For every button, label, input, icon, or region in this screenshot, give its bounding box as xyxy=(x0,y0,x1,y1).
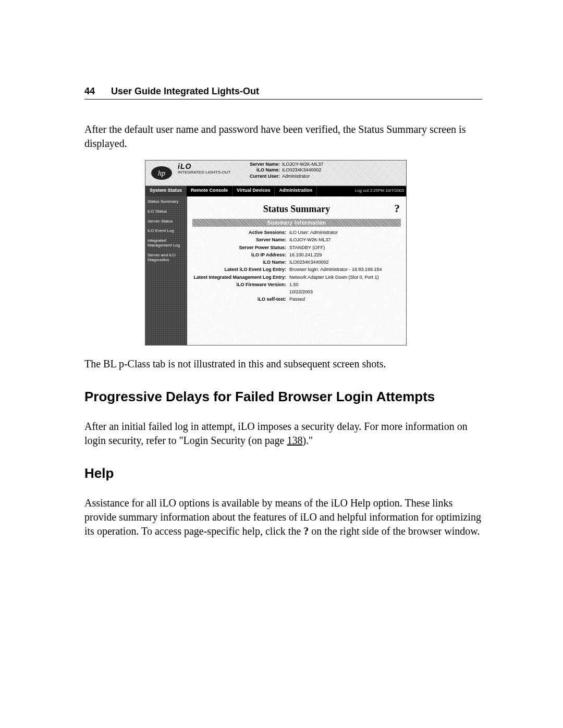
heading-help: Help xyxy=(84,465,482,482)
page-number: 44 xyxy=(84,86,108,97)
header-info: Server Name:ILOJOY-W2K-ML37 iLO Name:ILO… xyxy=(236,161,406,186)
delays-text-after: )." xyxy=(302,435,313,446)
row-value: 1.50 xyxy=(289,282,401,288)
delays-text-before: After an initial failed log in attempt, … xyxy=(84,421,468,446)
row-value: Passed xyxy=(289,297,401,302)
row-value: iLO User: Administrator xyxy=(289,230,401,236)
row-label: Server Name: xyxy=(192,237,286,243)
sidebar: Status Summary iLO Status Server Status … xyxy=(145,196,187,346)
row-value: STANDBY (OFF) xyxy=(289,245,401,251)
row-label xyxy=(192,289,286,295)
panel-title: Status Summary xyxy=(192,204,401,215)
intro-paragraph: After the default user name and password… xyxy=(84,122,482,151)
row-label: Server Power Status: xyxy=(192,245,286,251)
section-band: Summary Information xyxy=(192,219,401,227)
ilo-screenshot: hp iLO INTEGRATED LIGHTS-OUT Server Name… xyxy=(145,160,407,346)
sidebar-item[interactable]: Status Summary xyxy=(148,200,185,204)
page-link-138[interactable]: 138 xyxy=(287,435,302,446)
figure-caption: The BL p-Class tab is not illustrated in… xyxy=(84,357,482,371)
row-label: iLO Firmware Version: xyxy=(192,282,286,288)
row-value: Network Adapter Link Down (Slot 0, Port … xyxy=(289,275,401,280)
header-rule xyxy=(84,99,482,100)
product-label: iLO INTEGRATED LIGHTS-OUT xyxy=(178,161,236,186)
current-user-value: Administrator xyxy=(282,174,310,179)
ilo-header: hp iLO INTEGRATED LIGHTS-OUT Server Name… xyxy=(145,161,406,186)
svg-text:hp: hp xyxy=(158,169,165,177)
tab-system-status[interactable]: System Status xyxy=(145,186,187,196)
row-value: ILO0234K3440002 xyxy=(289,260,401,265)
row-label: iLO IP Address: xyxy=(192,252,286,258)
row-value: 10/22/2003 xyxy=(289,289,401,295)
row-value: 16.100.241.229 xyxy=(289,252,401,258)
product-long: INTEGRATED LIGHTS-OUT xyxy=(178,170,234,175)
hp-logo-icon: hp xyxy=(145,161,178,186)
running-title: User Guide Integrated Lights-Out xyxy=(111,86,259,96)
question-mark-glyph: ? xyxy=(303,525,309,537)
row-label: iLO Name: xyxy=(192,260,286,265)
running-header: 44 User Guide Integrated Lights-Out xyxy=(84,86,482,97)
help-text-after: on the right side of the browser window. xyxy=(309,525,480,537)
ilo-name-value: ILO0234K3440002 xyxy=(282,167,322,173)
sidebar-item[interactable]: Server and iLO Diagnostics xyxy=(148,253,185,263)
product-short: iLO xyxy=(178,163,234,170)
help-icon[interactable]: ? xyxy=(394,202,400,215)
sidebar-item[interactable]: Server Status xyxy=(148,219,185,224)
row-label: Active Sessions: xyxy=(192,230,286,236)
tab-remote-console[interactable]: Remote Console xyxy=(187,186,232,196)
server-name-label: Server Name: xyxy=(236,162,280,167)
row-label: Latest Integrated Management Log Entry: xyxy=(192,275,286,280)
delays-paragraph: After an initial failed log in attempt, … xyxy=(84,419,482,448)
current-user-label: Current User: xyxy=(236,174,280,179)
tab-administration[interactable]: Administration xyxy=(275,186,317,196)
sidebar-item[interactable]: Integrated Management Log xyxy=(148,239,185,248)
heading-progressive-delays: Progressive Delays for Failed Browser Lo… xyxy=(84,389,482,405)
ilo-name-label: iLO Name: xyxy=(236,167,280,173)
sidebar-item[interactable]: iLO Status xyxy=(148,209,185,214)
server-name-value: ILOJOY-W2K-ML37 xyxy=(282,162,323,167)
row-value: ILOJOY-W2K-ML37 xyxy=(289,237,401,243)
logout-text[interactable]: Log out 2:25PM 10/7/2003 xyxy=(355,186,406,196)
panel-main: ? Status Summary Summary Information Act… xyxy=(187,196,406,346)
row-label: iLO self-test: xyxy=(192,297,286,302)
row-value: Browser login: Administrator - 16.83.199… xyxy=(289,267,401,273)
row-label: Latest iLO Event Log Entry: xyxy=(192,267,286,273)
tab-virtual-devices[interactable]: Virtual Devices xyxy=(232,186,275,196)
tab-bar: System Status Remote Console Virtual Dev… xyxy=(145,186,406,196)
summary-grid: Active Sessions:iLO User: Administrator … xyxy=(192,230,401,303)
sidebar-item[interactable]: iLO Event Log xyxy=(148,229,185,233)
help-paragraph: Assistance for all iLO options is availa… xyxy=(84,496,482,538)
